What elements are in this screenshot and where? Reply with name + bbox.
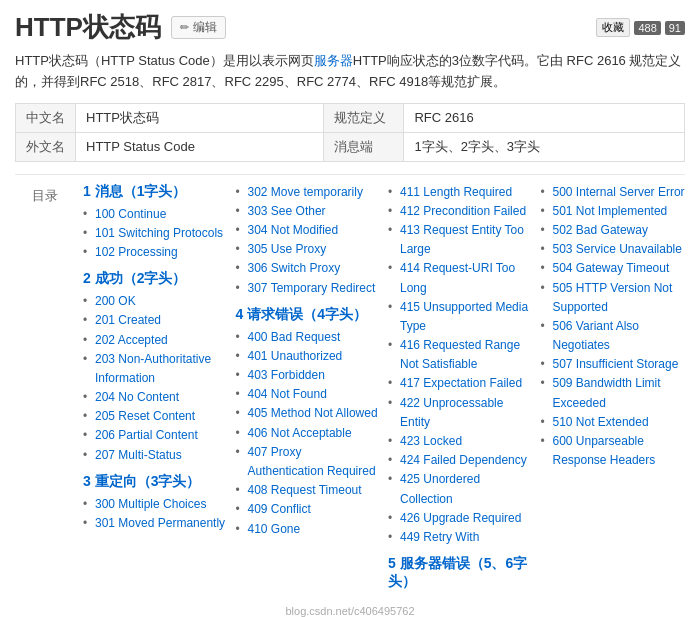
list-item: 408 Request Timeout xyxy=(236,481,381,500)
code-400[interactable]: 400 Bad Request xyxy=(248,330,341,344)
code-401[interactable]: 401 Unauthorized xyxy=(248,349,343,363)
comment-count: 91 xyxy=(665,21,685,35)
watermark: blog.csdn.net/c406495762 xyxy=(15,605,685,617)
code-204[interactable]: 204 No Content xyxy=(95,390,179,404)
code-200[interactable]: 200 OK xyxy=(95,294,136,308)
code-304[interactable]: 304 Not Modified xyxy=(248,223,339,237)
code-506[interactable]: 506 Variant Also Negotiates xyxy=(553,319,640,352)
list-item: 307 Temporary Redirect xyxy=(236,279,381,298)
list-3xx-b: 302 Move temporarily 303 See Other 304 N… xyxy=(236,183,381,298)
column-4: 500 Internal Server Error 501 Not Implem… xyxy=(541,183,686,596)
code-202[interactable]: 202 Accepted xyxy=(95,333,168,347)
list-item: 501 Not Implemented xyxy=(541,202,686,221)
label-foreign: 外文名 xyxy=(16,132,76,161)
code-404[interactable]: 404 Not Found xyxy=(248,387,327,401)
list-item: 424 Failed Dependency xyxy=(388,451,533,470)
list-item: 416 Requested Range Not Satisfiable xyxy=(388,336,533,374)
list-item: 406 Not Acceptable xyxy=(236,424,381,443)
code-206[interactable]: 206 Partial Content xyxy=(95,428,198,442)
code-407[interactable]: 407 Proxy Authentication Required xyxy=(248,445,376,478)
server-link[interactable]: 服务器 xyxy=(314,53,353,68)
code-412[interactable]: 412 Precondition Failed xyxy=(400,204,526,218)
list-item: 101 Switching Protocols xyxy=(83,224,228,243)
divider xyxy=(15,174,685,175)
bookmark-button[interactable]: 收藏 xyxy=(596,18,630,37)
code-303[interactable]: 303 See Other xyxy=(248,204,326,218)
top-actions: 收藏 488 91 xyxy=(596,18,685,37)
code-409[interactable]: 409 Conflict xyxy=(248,502,311,516)
code-413[interactable]: 413 Request Entity Too Large xyxy=(400,223,524,256)
code-503[interactable]: 503 Service Unavailable xyxy=(553,242,682,256)
section-heading-2xx: 2 成功（2字头） xyxy=(83,270,228,288)
section-heading-4xx: 4 请求错误（4字头） xyxy=(236,306,381,324)
code-100[interactable]: 100 Continue xyxy=(95,207,166,221)
code-302[interactable]: 302 Move temporarily xyxy=(248,185,363,199)
code-410[interactable]: 410 Gone xyxy=(248,522,301,536)
code-426[interactable]: 426 Upgrade Required xyxy=(400,511,521,525)
code-406[interactable]: 406 Not Acceptable xyxy=(248,426,352,440)
code-502[interactable]: 502 Bad Gateway xyxy=(553,223,648,237)
label-chinese: 中文名 xyxy=(16,103,76,132)
code-415[interactable]: 415 Unsupported Media Type xyxy=(400,300,528,333)
list-item: 412 Precondition Failed xyxy=(388,202,533,221)
page-description: HTTP状态码（HTTP Status Code）是用以表示网页服务器HTTP响… xyxy=(15,51,685,93)
code-416[interactable]: 416 Requested Range Not Satisfiable xyxy=(400,338,520,371)
list-4xx-cont: 411 Length Required 412 Precondition Fai… xyxy=(388,183,533,548)
code-417[interactable]: 417 Expectation Failed xyxy=(400,376,522,390)
code-600[interactable]: 600 Unparseable Response Headers xyxy=(553,434,656,467)
code-500[interactable]: 500 Internal Server Error xyxy=(553,185,685,199)
code-102[interactable]: 102 Processing xyxy=(95,245,178,259)
column-2: 302 Move temporarily 303 See Other 304 N… xyxy=(236,183,381,596)
code-307[interactable]: 307 Temporary Redirect xyxy=(248,281,376,295)
code-207[interactable]: 207 Multi-Status xyxy=(95,448,182,462)
list-item: 415 Unsupported Media Type xyxy=(388,298,533,336)
code-203[interactable]: 203 Non-Authoritative Information xyxy=(95,352,211,385)
code-510[interactable]: 510 Not Extended xyxy=(553,415,649,429)
code-507[interactable]: 507 Insufficient Storage xyxy=(553,357,679,371)
edit-label: 编辑 xyxy=(193,19,217,36)
main-content: 1 消息（1字头） 100 Continue 101 Switching Pro… xyxy=(83,183,685,596)
code-306[interactable]: 306 Switch Proxy xyxy=(248,261,341,275)
code-422[interactable]: 422 Unprocessable Entity xyxy=(400,396,503,429)
code-205[interactable]: 205 Reset Content xyxy=(95,409,195,423)
code-504[interactable]: 504 Gateway Timeout xyxy=(553,261,670,275)
code-414[interactable]: 414 Request-URI Too Long xyxy=(400,261,515,294)
list-item: 207 Multi-Status xyxy=(83,446,228,465)
content-wrapper: 目录 1 消息（1字头） 100 Continue 101 Switching … xyxy=(15,183,685,596)
code-408[interactable]: 408 Request Timeout xyxy=(248,483,362,497)
code-300[interactable]: 300 Multiple Choices xyxy=(95,497,206,511)
list-item: 204 No Content xyxy=(83,388,228,407)
list-item: 423 Locked xyxy=(388,432,533,451)
code-405[interactable]: 405 Method Not Allowed xyxy=(248,406,378,420)
list-item: 306 Switch Proxy xyxy=(236,259,381,278)
code-301[interactable]: 301 Moved Permanently xyxy=(95,516,225,530)
code-411[interactable]: 411 Length Required xyxy=(400,185,512,199)
column-1: 1 消息（1字头） 100 Continue 101 Switching Pro… xyxy=(83,183,228,596)
list-item: 300 Multiple Choices xyxy=(83,495,228,514)
edit-icon: ✏ xyxy=(180,21,189,34)
edit-button[interactable]: ✏ 编辑 xyxy=(171,16,226,39)
code-509[interactable]: 509 Bandwidth Limit Exceeded xyxy=(553,376,661,409)
code-501[interactable]: 501 Not Implemented xyxy=(553,204,668,218)
list-item: 407 Proxy Authentication Required xyxy=(236,443,381,481)
list-item: 414 Request-URI Too Long xyxy=(388,259,533,297)
code-449[interactable]: 449 Retry With xyxy=(400,530,479,544)
list-item: 202 Accepted xyxy=(83,331,228,350)
code-403[interactable]: 403 Forbidden xyxy=(248,368,325,382)
code-201[interactable]: 201 Created xyxy=(95,313,161,327)
code-425[interactable]: 425 Unordered Collection xyxy=(400,472,480,505)
list-item: 422 Unprocessable Entity xyxy=(388,394,533,432)
label-spec: 规范定义 xyxy=(324,103,404,132)
list-item: 600 Unparseable Response Headers xyxy=(541,432,686,470)
code-424[interactable]: 424 Failed Dependency xyxy=(400,453,527,467)
list-item: 203 Non-Authoritative Information xyxy=(83,350,228,388)
code-423[interactable]: 423 Locked xyxy=(400,434,462,448)
toc-sidebar: 目录 xyxy=(15,183,83,596)
toc-label: 目录 xyxy=(15,183,75,209)
code-101[interactable]: 101 Switching Protocols xyxy=(95,226,223,240)
code-305[interactable]: 305 Use Proxy xyxy=(248,242,327,256)
value-foreign: HTTP Status Code xyxy=(76,132,324,161)
code-505[interactable]: 505 HTTP Version Not Supported xyxy=(553,281,673,314)
list-item: 410 Gone xyxy=(236,520,381,539)
value-endpoint: 1字头、2字头、3字头 xyxy=(404,132,685,161)
